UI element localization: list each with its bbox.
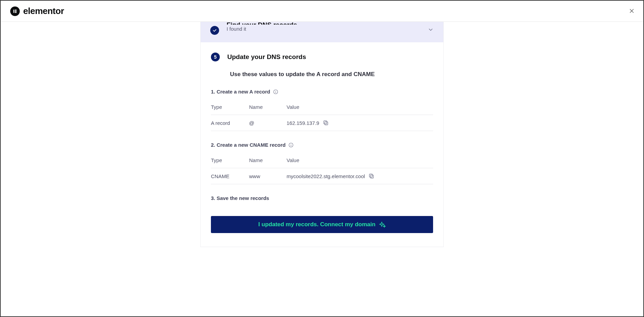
info-icon[interactable]	[273, 89, 278, 95]
a-record-value-cell: 162.159.137.9	[287, 120, 433, 126]
col-type: Type	[211, 157, 249, 163]
table-header-row: Type Name Value	[211, 153, 433, 168]
svg-rect-2	[15, 11, 16, 11]
a-record-name: @	[249, 120, 287, 126]
svg-rect-15	[369, 174, 372, 177]
cname-value-cell: mycoolsite2022.stg.elementor.cool	[287, 173, 433, 179]
connect-domain-button[interactable]: I updated my records. Connect my domain	[211, 216, 433, 233]
sub-heading-save: 3. Save the new records	[211, 195, 433, 201]
collapsed-step-subtitle: I found it	[227, 26, 297, 32]
table-header-row: Type Name Value	[211, 99, 433, 115]
cname-name: www	[249, 173, 287, 179]
sparkle-icon	[379, 221, 386, 228]
sub-heading-cname-text: 2. Create a new CNAME record	[211, 142, 286, 148]
a-record-value: 162.159.137.9	[287, 120, 319, 126]
page: Find your DNS records I found it 5 Updat…	[1, 22, 643, 257]
step-number-badge: 5	[211, 53, 220, 61]
wizard-card: Find your DNS records I found it 5 Updat…	[200, 22, 444, 247]
svg-rect-14	[370, 175, 373, 178]
cname-type: CNAME	[211, 173, 249, 179]
col-type: Type	[211, 104, 249, 110]
col-value: Value	[287, 157, 433, 163]
svg-rect-0	[13, 10, 14, 13]
cname-record-row: CNAME www mycoolsite2022.stg.elementor.c…	[211, 168, 433, 184]
svg-rect-10	[324, 121, 327, 124]
step-title: Update your DNS records	[227, 53, 306, 61]
svg-rect-9	[325, 122, 328, 125]
brand: elementor	[10, 6, 64, 16]
sub-heading-a-record-text: 1. Create a new A record	[211, 89, 270, 95]
collapsed-text: Find your DNS records I found it	[227, 25, 297, 32]
svg-point-8	[275, 90, 276, 91]
sub-heading-save-text: 3. Save the new records	[211, 195, 269, 201]
cname-table: Type Name Value CNAME www mycoolsite2022…	[211, 153, 433, 184]
sub-heading-cname: 2. Create a new CNAME record	[211, 142, 433, 148]
step-update-dns: 5 Update your DNS records Use these valu…	[201, 42, 443, 247]
checkmark-icon	[210, 26, 219, 35]
svg-point-13	[291, 144, 291, 144]
cta-label: I updated my records. Connect my domain	[258, 221, 375, 228]
a-record-type: A record	[211, 120, 249, 126]
step-header: 5 Update your DNS records	[211, 53, 433, 61]
copy-icon	[323, 120, 329, 126]
topbar: elementor	[1, 1, 643, 22]
col-value: Value	[287, 104, 433, 110]
a-record-table: Type Name Value A record @ 162.159.137.9	[211, 99, 433, 131]
brand-name: elementor	[23, 6, 64, 16]
cname-value: mycoolsite2022.stg.elementor.cool	[287, 173, 365, 179]
collapsed-step-title: Find your DNS records	[227, 21, 297, 25]
svg-rect-1	[15, 10, 16, 10]
col-name: Name	[249, 104, 287, 110]
svg-rect-3	[15, 12, 16, 13]
info-icon[interactable]	[288, 142, 294, 148]
copy-icon	[368, 173, 374, 179]
copy-cname-button[interactable]	[368, 173, 374, 179]
close-button[interactable]	[628, 7, 636, 15]
step-find-dns-collapsed[interactable]: Find your DNS records I found it	[201, 22, 443, 42]
col-name: Name	[249, 157, 287, 163]
a-record-row: A record @ 162.159.137.9	[211, 115, 433, 131]
step-intro: Use these values to update the A record …	[230, 71, 433, 78]
sub-heading-a-record: 1. Create a new A record	[211, 89, 433, 95]
chevron-down-icon[interactable]	[428, 27, 434, 34]
close-icon	[629, 8, 635, 14]
elementor-logo-icon	[10, 6, 20, 16]
copy-a-record-button[interactable]	[323, 120, 329, 126]
